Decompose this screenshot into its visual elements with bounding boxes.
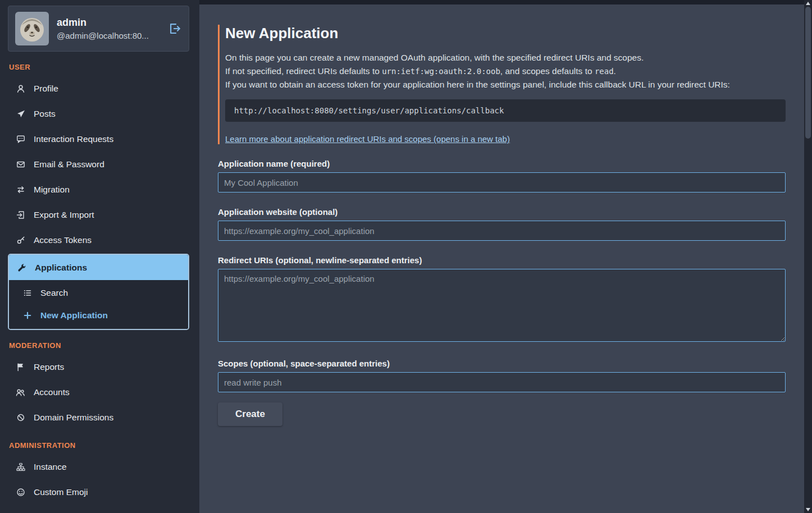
- scopes-label: Scopes (optional, space-separated entrie…: [218, 359, 786, 368]
- form-group-redirect-uris: Redirect URIs (optional, newline-separat…: [218, 255, 786, 344]
- new-application-panel: New Application On this page you can cre…: [199, 4, 804, 513]
- application-website-input[interactable]: [218, 221, 786, 241]
- intro-block: New Application On this page you can cre…: [218, 25, 786, 144]
- applications-submenu: Search New Application: [9, 280, 188, 329]
- exchange-arrows-icon: [16, 185, 25, 194]
- sidebar-item-accounts[interactable]: Accounts: [8, 379, 189, 405]
- sidebar-item-instance[interactable]: Instance: [8, 454, 189, 479]
- avatar: [15, 12, 49, 45]
- sitemap-icon: [16, 462, 25, 471]
- sidebar-item-label: Search: [40, 288, 68, 298]
- smiley-icon: [16, 488, 25, 497]
- intro-paragraph: On this page you can create a new manage…: [225, 51, 786, 91]
- sidebar-item-label: Interaction Requests: [34, 134, 113, 144]
- application-name-label: Application name (required): [218, 159, 786, 168]
- people-icon: [16, 388, 25, 397]
- sidebar-item-new-application[interactable]: New Application: [9, 304, 188, 327]
- ban-circle-icon: [16, 413, 25, 422]
- user-meta: admin @admin@localhost:80...: [57, 17, 159, 40]
- sidebar-item-custom-emoji[interactable]: Custom Emoji: [8, 479, 189, 505]
- application-name-input[interactable]: [218, 172, 786, 193]
- list-icon: [22, 288, 32, 297]
- callback-url-box: http://localhost:8080/settings/user/appl…: [225, 99, 786, 122]
- sidebar-item-label: New Application: [40, 310, 108, 320]
- scopes-input[interactable]: [218, 372, 786, 392]
- application-website-label: Application website (optional): [218, 207, 786, 217]
- sidebar-item-label: Profile: [34, 84, 58, 94]
- sidebar-item-label: Email & Password: [34, 159, 104, 170]
- form-group-website: Application website (optional): [218, 207, 786, 241]
- sidebar-item-profile[interactable]: Profile: [8, 76, 189, 101]
- paper-plane-icon: [16, 109, 25, 118]
- speech-bubble-icon: [16, 135, 25, 144]
- sidebar-item-label: Custom Emoji: [34, 487, 88, 497]
- sidebar-item-export-import[interactable]: Export & Import: [8, 202, 189, 227]
- sidebar-item-domain-permissions[interactable]: Domain Permissions: [8, 405, 189, 430]
- envelope-icon: [16, 160, 25, 169]
- app-window: admin @admin@localhost:80... USER Profil…: [0, 0, 812, 513]
- redirect-uris-label: Redirect URIs (optional, newline-separat…: [218, 255, 786, 265]
- scrollbar-up-arrow-icon[interactable]: [806, 2, 810, 5]
- sidebar-item-reports[interactable]: Reports: [8, 354, 189, 379]
- scrollbar-down-arrow-icon[interactable]: [806, 508, 810, 511]
- scrollbar-thumb[interactable]: [805, 7, 811, 139]
- sidebar-item-applications-search[interactable]: Search: [9, 282, 188, 304]
- sidebar-item-posts[interactable]: Posts: [8, 101, 189, 126]
- sidebar-item-label: Reports: [34, 362, 64, 372]
- intro-line2-mid: , and scopes defaults to: [500, 66, 595, 76]
- user-handle: @admin@localhost:80...: [57, 31, 159, 40]
- section-title-user: USER: [9, 63, 189, 71]
- intro-line3: If you want to obtain an access token fo…: [225, 80, 730, 89]
- intro-line2-pre: If not specified, redirect URIs defaults…: [225, 66, 382, 76]
- form-group-scopes: Scopes (optional, space-separated entrie…: [218, 359, 786, 392]
- new-application-form: Application name (required) Application …: [218, 159, 786, 426]
- flag-icon: [16, 363, 25, 372]
- applications-block: Applications Search: [8, 254, 189, 330]
- scrollbar[interactable]: [804, 0, 812, 513]
- sidebar: admin @admin@localhost:80... USER Profil…: [0, 0, 199, 513]
- section-title-administration: ADMINISTRATION: [9, 441, 189, 450]
- sidebar-item-label: Migration: [34, 185, 70, 195]
- scrollbar-track[interactable]: [805, 7, 811, 506]
- sidebar-item-label: Domain Permissions: [34, 413, 113, 423]
- sidebar-item-label: Access Tokens: [34, 235, 92, 245]
- user-display-name: admin: [57, 17, 159, 29]
- intro-line2-end: .: [614, 66, 616, 76]
- sidebar-item-email-password[interactable]: Email & Password: [8, 152, 189, 177]
- learn-more-link[interactable]: Learn more about application redirect UR…: [225, 134, 510, 144]
- sidebar-item-migration[interactable]: Migration: [8, 177, 189, 202]
- plus-icon: [22, 311, 32, 320]
- sidebar-item-label: Posts: [34, 109, 56, 119]
- sidebar-item-label: Instance: [34, 462, 67, 472]
- intro-line1: On this page you can create a new manage…: [225, 53, 644, 62]
- profile-icon: [16, 84, 25, 93]
- wrench-icon: [17, 263, 26, 272]
- page-title: New Application: [225, 25, 786, 42]
- sidebar-item-label: Accounts: [34, 387, 70, 397]
- create-button[interactable]: Create: [218, 402, 282, 426]
- inline-code-read: read: [595, 67, 614, 76]
- redirect-uris-textarea[interactable]: [218, 269, 786, 342]
- user-card: admin @admin@localhost:80...: [8, 6, 189, 52]
- sidebar-item-label: Applications: [35, 263, 87, 273]
- sidebar-item-label: Export & Import: [34, 210, 94, 220]
- logout-icon[interactable]: [167, 21, 182, 36]
- sidebar-item-applications[interactable]: Applications: [9, 255, 188, 280]
- document-arrow-icon: [16, 210, 25, 219]
- key-icon: [16, 236, 25, 245]
- main-wrap: New Application On this page you can cre…: [199, 0, 804, 513]
- inline-code-oob: urn:ietf:wg:oauth:2.0:oob: [382, 67, 500, 76]
- sidebar-item-access-tokens[interactable]: Access Tokens: [8, 227, 189, 253]
- section-title-moderation: MODERATION: [9, 341, 189, 350]
- sidebar-item-actions[interactable]: Actions: [8, 505, 189, 513]
- form-group-name: Application name (required): [218, 159, 786, 193]
- sidebar-item-interaction-requests[interactable]: Interaction Requests: [8, 126, 189, 152]
